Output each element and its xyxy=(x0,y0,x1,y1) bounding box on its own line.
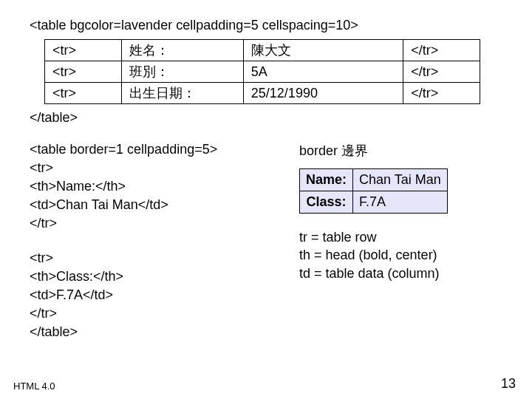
cell-label: 姓名： xyxy=(121,40,243,61)
code-line: </tr> xyxy=(30,306,281,321)
cell-tr-close: </tr> xyxy=(403,40,480,61)
page-number: 13 xyxy=(501,376,516,392)
table-row: Name: Chan Tai Man xyxy=(300,169,448,191)
cell-label: 班別： xyxy=(121,61,243,83)
code-line: <tr> xyxy=(30,250,281,266)
code-table-open: <table bgcolor=lavender cellpadding=5 ce… xyxy=(30,18,502,33)
cell-tr-close: </tr> xyxy=(403,61,480,83)
table-row: <tr> 姓名： 陳大文 </tr> xyxy=(45,40,480,61)
demo-rendered-table: Name: Chan Tai Man Class: F.7A xyxy=(299,168,448,214)
cell-label: 出生日期： xyxy=(121,83,243,104)
code-line: <td>F.7A</td> xyxy=(30,287,281,303)
demo-td: Chan Tai Man xyxy=(353,169,448,191)
border-label: border 邊界 xyxy=(299,142,502,160)
code-line: <tr> xyxy=(30,160,281,176)
notes-block: tr = table row th = head (bold, center) … xyxy=(299,228,502,282)
demo-th: Name: xyxy=(300,169,353,191)
code-line: </tr> xyxy=(30,216,281,231)
cell-value: 25/12/1990 xyxy=(243,83,403,104)
cell-value: 5A xyxy=(243,61,403,83)
code-table-close: </table> xyxy=(30,110,502,126)
demo-td: F.7A xyxy=(353,191,448,214)
note-line: td = table data (column) xyxy=(299,265,502,282)
cell-tr-open: <tr> xyxy=(45,61,122,83)
code-line: <td>Chan Tai Man</td> xyxy=(30,197,281,213)
code-line: <th>Name:</th> xyxy=(30,179,281,194)
table-row: <tr> 班別： 5A </tr> xyxy=(45,61,480,83)
footer-version: HTML 4.0 xyxy=(13,381,55,392)
code-line: <th>Class:</th> xyxy=(30,269,281,284)
note-line: th = head (bold, center) xyxy=(299,246,502,264)
cell-tr-open: <tr> xyxy=(45,40,122,61)
note-line: tr = table row xyxy=(299,228,502,246)
code-line: <table border=1 cellpadding=5> xyxy=(30,142,281,157)
cell-value: 陳大文 xyxy=(243,40,403,61)
cell-tr-close: </tr> xyxy=(403,83,480,104)
table-row: <tr> 出生日期： 25/12/1990 </tr> xyxy=(45,83,480,104)
code-line: </table> xyxy=(30,324,281,340)
table-row: Class: F.7A xyxy=(300,191,448,214)
demo-th: Class: xyxy=(300,191,353,214)
cell-tr-open: <tr> xyxy=(45,83,122,104)
top-syntax-table: <tr> 姓名： 陳大文 </tr> <tr> 班別： 5A </tr> <tr… xyxy=(44,39,480,104)
